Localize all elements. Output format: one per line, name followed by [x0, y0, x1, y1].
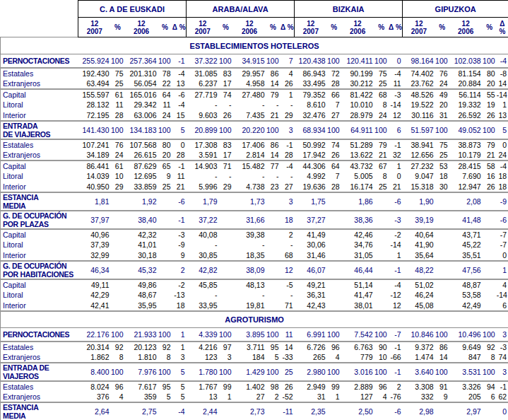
cell: 23 — [266, 182, 280, 192]
table-row: Litoral28.1321129.34211-4-----8.610710.0… — [1, 100, 508, 110]
cell: 55 — [483, 89, 497, 100]
cell — [327, 261, 341, 279]
cell: 2 — [280, 229, 295, 240]
cell: 35,64 — [403, 250, 435, 261]
cell: 64 — [158, 89, 172, 100]
table-row: Litoral14.0391012.695911-----4.99275.005… — [1, 171, 508, 182]
cell: -14 — [389, 240, 403, 250]
cell: 91 — [435, 381, 449, 392]
cell: 50.992 — [295, 139, 327, 150]
cell: -5 — [280, 279, 295, 290]
row-label: Extranjeros — [1, 78, 78, 89]
cell: 76 — [435, 68, 449, 78]
cell: 72.195 — [78, 110, 111, 121]
cell: 96 — [327, 342, 341, 352]
cell: 41,48 — [449, 211, 483, 229]
row-label: G. DE OCUPACIÓN POR HABITACIONES — [1, 261, 78, 279]
cell: 100 — [158, 328, 172, 342]
row-label: Estatales — [1, 381, 78, 392]
cell: -66 — [389, 352, 403, 363]
cell: 63.006 — [125, 110, 158, 121]
statistics-page: C. A DE EUSKADIARABA/ALAVABIZKAIAGIPUZKO… — [0, 0, 508, 420]
cell: -4 — [172, 402, 187, 420]
cell: 46,44 — [341, 261, 374, 279]
column-header: 12 2007 — [78, 18, 111, 37]
cell: -3 — [172, 229, 187, 240]
row-label: G. DE OCUPACIÓN POR PLAZAS — [1, 211, 78, 229]
cell — [111, 229, 125, 240]
cell: 36,31 — [295, 290, 327, 301]
table-row: Extranjeros34.1892426.61520283.591172.81… — [1, 150, 508, 161]
cell: 11 — [172, 171, 187, 182]
cell: 6.991 — [295, 328, 327, 342]
table-row: Capital86.4416187.62965-114.9037115.4827… — [1, 161, 508, 171]
cell — [158, 211, 172, 229]
cell: 79 — [374, 139, 389, 150]
cell: 8.024 — [78, 381, 111, 392]
cell — [219, 279, 233, 290]
region-header: BIZKAIA — [295, 1, 403, 18]
cell: 4.958 — [233, 78, 266, 89]
cell: 83 — [219, 68, 233, 78]
cell: 76 — [111, 139, 125, 150]
table-row: G. DE OCUPACIÓN POR HABITACIONES46,3445,… — [1, 261, 508, 279]
cell: 7.690 — [449, 171, 483, 182]
cell: 63.494 — [78, 78, 111, 89]
cell: 75 — [111, 68, 125, 78]
cell: 8 — [483, 352, 497, 363]
cell: 100 — [111, 121, 125, 139]
cell: 27 — [280, 182, 295, 192]
row-label: Estatales — [1, 139, 78, 150]
cell: 8 — [374, 100, 389, 110]
row-label: ESTANCIA MEDIA — [1, 192, 78, 211]
cell — [374, 301, 389, 311]
cell: 51.289 — [341, 139, 374, 150]
cell: -7 — [389, 328, 403, 342]
section-title: AGROTURISMO — [1, 311, 508, 328]
cell: 79 — [266, 89, 280, 100]
cell: 26 — [327, 150, 341, 161]
cell: 165.016 — [125, 89, 158, 100]
cell: -12 — [389, 290, 403, 301]
cell: 1 — [327, 392, 341, 402]
cell: 38,09 — [233, 261, 266, 279]
cell: 21 — [483, 150, 497, 161]
cell — [158, 301, 172, 311]
cell: 86 — [266, 68, 280, 78]
cell: 11 — [389, 78, 403, 89]
cell: 100 — [483, 121, 497, 139]
row-label: ENTRADA DE VIAJEROS — [1, 121, 78, 139]
column-header: 12 2006 — [233, 18, 266, 37]
cell: 30,06 — [295, 240, 327, 250]
cell: 100 — [327, 363, 341, 381]
cell — [266, 211, 280, 229]
cell: 20.314 — [78, 342, 111, 352]
cell: 1.474 — [403, 352, 435, 363]
cell: 23.762 — [403, 78, 435, 89]
table-row: ENTRADA DE VIAJEROS141.430100134.1831005… — [1, 121, 508, 139]
cell: - — [266, 100, 280, 110]
column-header: % — [327, 18, 341, 37]
cell: 49.052 — [449, 121, 483, 139]
cell — [266, 192, 280, 211]
cell: 28 — [111, 110, 125, 121]
row-label: Interior — [1, 182, 78, 192]
cell: 12 — [389, 110, 403, 121]
cell: -1 — [389, 363, 403, 381]
row-label: Litoral — [1, 240, 78, 250]
cell — [266, 290, 280, 301]
cell: 155.597 — [78, 89, 111, 100]
cell — [327, 301, 341, 311]
cell: 26.615 — [125, 150, 158, 161]
cell: 2,73 — [233, 402, 266, 420]
cell: 0 — [497, 250, 508, 261]
cell: 4.992 — [295, 171, 327, 182]
cell — [219, 192, 233, 211]
cell: 2,97 — [449, 402, 483, 420]
cell: -14 — [389, 100, 403, 110]
cell: 34.915 — [233, 54, 266, 68]
cell: 83 — [219, 139, 233, 150]
cell: 41,49 — [295, 229, 327, 240]
cell: 7.976 — [125, 363, 158, 381]
cell: 3 — [172, 352, 187, 363]
